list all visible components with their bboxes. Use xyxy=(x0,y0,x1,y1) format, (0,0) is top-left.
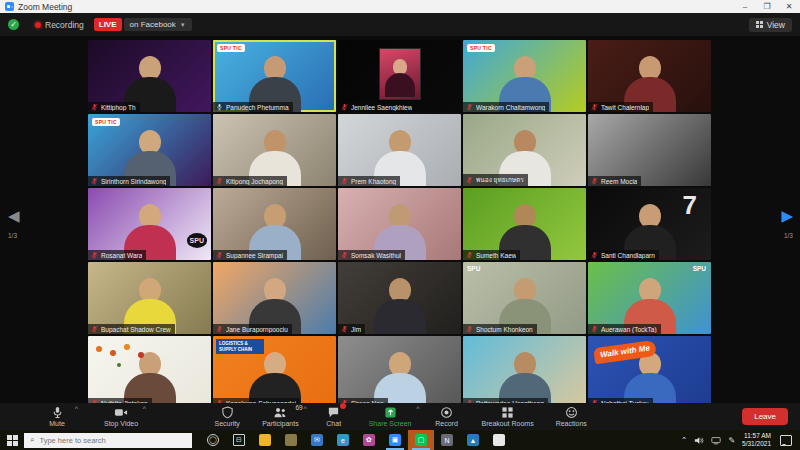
taskbar-app-zoom-icon[interactable]: ▣ xyxy=(382,430,408,450)
mic-muted-icon xyxy=(466,103,473,111)
taskbar-app-file-explorer-icon[interactable] xyxy=(252,430,278,450)
chevron-up-icon[interactable]: ^ xyxy=(75,405,78,412)
hidden-icons-chevron-icon[interactable]: ⌃ xyxy=(681,436,688,445)
chevron-up-icon[interactable]: ^ xyxy=(416,405,419,412)
participant-nametag: Sirinthorn Sirindawong xyxy=(88,176,170,186)
view-button-label: View xyxy=(767,20,785,30)
taskbar-clock[interactable]: 11:57 AM 5/31/2021 xyxy=(742,432,771,448)
participant-tile[interactable]: SPU Rosanat Wara xyxy=(88,188,211,260)
virtual-background-label: SPU xyxy=(187,233,207,248)
virtual-background-label: SPU xyxy=(467,265,480,272)
mute-button[interactable]: Mute ^ xyxy=(40,403,74,430)
participant-tile[interactable]: SPU Auerawan (TockTa) xyxy=(588,262,711,334)
start-button[interactable] xyxy=(0,430,24,450)
participant-tile[interactable]: Kittiphop Th xyxy=(88,40,211,112)
chat-button[interactable]: Chat xyxy=(317,403,351,430)
taskbar-app-paint3d-icon[interactable] xyxy=(486,430,512,450)
virtual-background-label: 7 xyxy=(683,190,697,221)
participant-tile[interactable]: Tawit Chalernlap xyxy=(588,40,711,112)
profile-photo xyxy=(379,48,421,100)
live-badge: LIVE xyxy=(94,18,122,31)
participant-nametag: Somsak Wasithul xyxy=(338,250,405,260)
next-page-arrow[interactable]: ▶ xyxy=(781,208,793,223)
participant-name: พนอง ยุทธเกษตร xyxy=(476,175,524,185)
participant-tile[interactable]: SPU TIC Warakorn Chaitamwong xyxy=(463,40,586,112)
participant-nametag: Sumeth Kaew xyxy=(463,250,520,260)
participant-tile[interactable]: Somsak Wasithul xyxy=(338,188,461,260)
participant-tile[interactable]: Siroon Nan xyxy=(338,336,461,408)
taskbar-app-store-app-icon[interactable] xyxy=(278,430,304,450)
taskbar-app-task-view-icon[interactable]: ⊟ xyxy=(226,430,252,450)
input-indicator-icon[interactable]: ✎ xyxy=(728,436,735,445)
participant-tile[interactable]: Nuthita Jintakan xyxy=(88,336,211,408)
participant-name: Bupachat Shadow Crew xyxy=(101,326,171,333)
people-icon xyxy=(273,406,287,419)
participant-tile[interactable]: 7 Santi Chandlaparn xyxy=(588,188,711,260)
participant-tile[interactable]: SPU Shoctum Khonkeon xyxy=(463,262,586,334)
leave-button[interactable]: Leave xyxy=(742,408,788,425)
participants-button[interactable]: Participants 69 ^ xyxy=(258,403,303,430)
participant-tile[interactable]: Walk with Me Nahathai Tuckey xyxy=(588,336,711,408)
participant-nametag: Santi Chandlaparn xyxy=(588,250,659,260)
view-button[interactable]: View xyxy=(749,18,792,32)
taskbar-app-photos-icon[interactable]: ▲ xyxy=(460,430,486,450)
minimize-button[interactable]: – xyxy=(734,0,756,13)
participant-nametag: Auerawan (TockTa) xyxy=(588,324,661,334)
taskbar-search[interactable]: ⌕ xyxy=(24,433,192,448)
volume-icon[interactable] xyxy=(694,436,704,445)
meeting-info-shield-icon[interactable]: ✓ xyxy=(8,19,19,30)
window-title: Zoom Meeting xyxy=(18,2,72,12)
participant-tile[interactable]: LOGISTICS & SUPPLY CHAIN Kanokwan Sahuso… xyxy=(213,336,336,408)
participant-tile[interactable]: Kitipong Jochapong xyxy=(213,114,336,186)
participant-name: Somsak Wasithul xyxy=(351,252,401,259)
previous-page-arrow[interactable]: ◀ xyxy=(8,208,20,223)
network-icon[interactable] xyxy=(711,436,721,445)
participant-tile[interactable]: Reem Mocia xyxy=(588,114,711,186)
chevron-up-icon[interactable]: ^ xyxy=(303,405,306,412)
chevron-up-icon[interactable]: ^ xyxy=(143,405,146,412)
participant-tile[interactable]: Bupachat Shadow Crew xyxy=(88,262,211,334)
mic-muted-icon xyxy=(341,325,348,333)
stop-video-button[interactable]: Stop Video ^ xyxy=(100,403,142,430)
taskbar-app-onenote-icon[interactable]: N xyxy=(434,430,460,450)
breakout-rooms-button[interactable]: Breakout Rooms xyxy=(478,403,538,430)
participant-tile[interactable]: Jim xyxy=(338,262,461,334)
maximize-button[interactable]: ❐ xyxy=(756,0,778,13)
taskbar-app-edge-icon[interactable]: e xyxy=(330,430,356,450)
participant-tile[interactable]: Pattawadee Hongthong xyxy=(463,336,586,408)
participant-tile[interactable]: SPU TIC Sirinthorn Sirindawong xyxy=(88,114,211,186)
toolbar-label: Participants xyxy=(262,420,299,427)
participant-nametag: Warakorn Chaitamwong xyxy=(463,102,549,112)
share-screen-button[interactable]: Share Screen ^ xyxy=(365,403,416,430)
participant-name: Warakorn Chaitamwong xyxy=(476,104,545,111)
taskbar-app-line-icon[interactable]: ▢ xyxy=(408,430,434,450)
security-button[interactable]: Security xyxy=(210,403,244,430)
participant-name: Jennilee Saengkhiew xyxy=(351,104,412,111)
action-center-icon[interactable] xyxy=(780,435,792,446)
breakout-icon xyxy=(501,406,514,419)
taskbar-app-cortana-icon[interactable]: ◯ xyxy=(200,430,226,450)
participant-tile[interactable]: Supannee Sirampai xyxy=(213,188,336,260)
participant-tile[interactable]: พนอง ยุทธเกษตร xyxy=(463,114,586,186)
participant-tile[interactable]: Sumeth Kaew xyxy=(463,188,586,260)
zoom-app-icon xyxy=(5,2,14,11)
mic-muted-icon xyxy=(216,325,223,333)
live-target-dropdown[interactable]: on Facebook ▼ xyxy=(124,18,192,31)
search-input[interactable] xyxy=(39,436,169,445)
close-button[interactable]: ✕ xyxy=(778,0,800,13)
record-button[interactable]: Record xyxy=(430,403,464,430)
participant-tile[interactable]: Jennilee Saengkhiew xyxy=(338,40,461,112)
participant-tile[interactable]: SPU TIC Panudech Phetumma xyxy=(213,40,336,112)
taskbar-app-photo-editor-icon[interactable]: ✿ xyxy=(356,430,382,450)
participant-name: Prem Khaotong xyxy=(351,178,396,185)
participant-tile[interactable]: Jane Burapornpoociu xyxy=(213,262,336,334)
mic-icon xyxy=(51,406,64,419)
virtual-background-label: LOGISTICS & SUPPLY CHAIN xyxy=(216,339,264,354)
participant-nametag: Reem Mocia xyxy=(588,176,641,186)
participant-name: Jim xyxy=(351,326,361,333)
reactions-button[interactable]: Reactions xyxy=(552,403,591,430)
windows-taskbar: ⌕ ◯⊟✉e✿▣▢N▲ ⌃ ✎ 11:57 AM 5/31/2021 xyxy=(0,430,800,450)
participant-tile[interactable]: Prem Khaotong xyxy=(338,114,461,186)
taskbar-app-mail-icon[interactable]: ✉ xyxy=(304,430,330,450)
participant-name: Supannee Sirampai xyxy=(226,252,283,259)
